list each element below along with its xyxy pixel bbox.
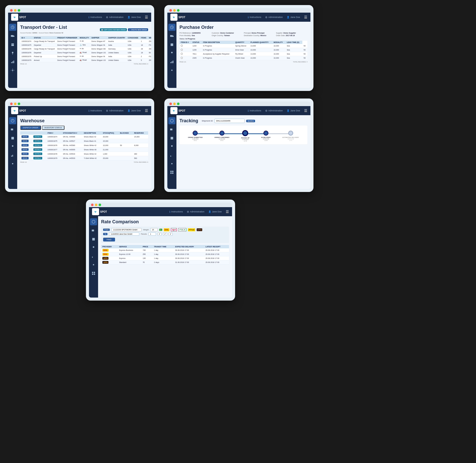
sidebar-icon-truck[interactable] <box>90 227 97 234</box>
sidebar-icon-clock[interactable] <box>9 24 16 31</box>
row-select[interactable] <box>179 44 191 48</box>
details-button[interactable]: DETAILS <box>33 144 42 147</box>
move-button[interactable]: MOVE <box>21 157 29 159</box>
sidebar-icon-settings[interactable] <box>168 67 175 74</box>
carrier-post[interactable]: ✔Post <box>188 228 195 231</box>
carrier-ups[interactable]: UPS <box>197 228 202 231</box>
sidebar-icon-chart[interactable] <box>168 152 175 159</box>
sidebar-icon-grid[interactable] <box>90 270 97 277</box>
win-minimize[interactable] <box>95 204 97 206</box>
parcels-value[interactable]: 1 <box>148 232 156 236</box>
row-select[interactable] <box>179 48 191 52</box>
move-button[interactable]: MOVE <box>21 135 29 138</box>
carrier-dhl[interactable]: DHL <box>164 228 169 231</box>
tab-inventory-status[interactable]: INVENTORY STATUS <box>42 126 64 130</box>
create-new-order-button[interactable]: + CREATE NEW ORDER <box>128 28 148 31</box>
shipment-id-input[interactable] <box>214 119 245 123</box>
to-value[interactable]: 11444533 Jane Doe GmbH <box>109 232 139 236</box>
nav-user[interactable]: 👤Jane Doe <box>208 210 222 213</box>
sidebar-icon-settings[interactable] <box>90 261 97 268</box>
nav-user[interactable]: 👤Jane Doe <box>127 109 141 112</box>
sidebar-icon-box[interactable] <box>168 41 175 48</box>
sidebar-icon-chart[interactable] <box>9 152 16 159</box>
weight-value[interactable]: 15 <box>150 228 158 231</box>
search-button[interactable]: SEARCH <box>246 120 255 122</box>
table-cell[interactable]: DETAILS <box>32 148 46 152</box>
nav-menu[interactable]: ☰ <box>304 15 307 19</box>
sidebar-icon-clock[interactable] <box>168 24 175 31</box>
sidebar-icon-box[interactable] <box>9 41 16 48</box>
nav-menu[interactable]: ☰ <box>226 210 229 214</box>
nav-user[interactable]: 👤Jane Doe <box>287 109 300 112</box>
win-maximize[interactable] <box>99 204 101 206</box>
tab-dispatch-order[interactable]: DISPATCH ORDER <box>20 126 41 130</box>
nav-administration[interactable]: ⚙Administration <box>265 109 283 112</box>
win-minimize[interactable] <box>173 103 176 105</box>
win-maximize[interactable] <box>177 9 179 12</box>
details-button[interactable]: DETAILS <box>33 157 42 159</box>
details-button[interactable]: DETAILS <box>33 140 42 142</box>
sidebar-icon-settings[interactable] <box>168 160 175 167</box>
checkbox-2[interactable]: ✔ <box>163 233 167 236</box>
win-close[interactable] <box>10 103 13 105</box>
sidebar-icon-truck[interactable] <box>168 32 175 39</box>
sidebar-icon-clock[interactable] <box>9 117 16 124</box>
nav-administration[interactable]: ⚙Administration <box>106 109 123 112</box>
nav-instructions[interactable]: ℹInstructions <box>248 109 261 112</box>
sidebar-icon-chart[interactable] <box>168 58 175 65</box>
sidebar-icon-location[interactable] <box>90 244 97 251</box>
win-close[interactable] <box>10 9 13 12</box>
sidebar-icon-location[interactable] <box>9 50 16 57</box>
sidebar-icon-box[interactable] <box>90 235 97 242</box>
win-close[interactable] <box>169 103 172 105</box>
find-button[interactable]: FIND <box>103 238 115 241</box>
table-cell[interactable]: MOVE <box>20 143 32 148</box>
table-cell[interactable]: DETAILS <box>32 135 46 139</box>
nav-instructions[interactable]: ℹInstructions <box>169 210 183 213</box>
win-close[interactable] <box>169 9 172 12</box>
nav-instructions[interactable]: ℹInstructions <box>248 16 261 19</box>
nav-menu[interactable]: ☰ <box>145 109 148 113</box>
table-cell[interactable]: DETAILS <box>32 139 46 143</box>
sidebar-icon-box[interactable] <box>168 134 175 141</box>
carrier-dpd[interactable]: dpd <box>171 228 177 231</box>
sidebar-icon-settings[interactable] <box>9 160 16 167</box>
carrier-gls[interactable]: ✔GLS <box>178 228 186 231</box>
table-cell[interactable]: DETAILS <box>32 143 46 148</box>
checkbox-1[interactable]: ✔ <box>157 233 162 236</box>
win-minimize[interactable] <box>173 9 176 12</box>
sidebar-icon-chart[interactable] <box>9 58 16 65</box>
details-button[interactable]: DETAILS <box>33 135 42 138</box>
move-button[interactable]: MOVE <box>21 148 29 151</box>
win-minimize[interactable] <box>14 9 16 12</box>
sidebar-icon-clock[interactable] <box>90 218 97 225</box>
table-cell[interactable]: MOVE <box>20 152 32 156</box>
table-cell[interactable]: MOVE <box>20 148 32 152</box>
nav-administration[interactable]: ⚙Administration <box>187 210 204 213</box>
win-maximize[interactable] <box>18 103 20 105</box>
row-select[interactable] <box>179 56 191 60</box>
nav-user[interactable]: 👤 Jane Doe <box>127 16 141 18</box>
sidebar-icon-grid[interactable] <box>168 169 175 176</box>
nav-instructions[interactable]: ℹInstructions <box>88 109 102 112</box>
sidebar-icon-truck[interactable] <box>168 126 175 133</box>
from-value[interactable]: 11122233 SPOTWORX GmbH <box>111 228 142 231</box>
nav-user[interactable]: 👤Jane Doe <box>287 16 300 18</box>
move-button[interactable]: MOVE <box>21 144 29 147</box>
sidebar-icon-truck[interactable] <box>9 126 16 133</box>
sidebar-icon-clock[interactable] <box>168 117 175 124</box>
table-cell[interactable]: DETAILS <box>32 152 46 156</box>
nav-administration[interactable]: ⚙Administration <box>265 16 283 19</box>
checkbox-3[interactable]: ✔ <box>169 233 173 236</box>
sidebar-icon-truck[interactable] <box>9 32 16 39</box>
details-button[interactable]: DETAILS <box>33 148 42 151</box>
sidebar-icon-box[interactable] <box>9 134 16 141</box>
move-button[interactable]: MOVE <box>21 140 29 142</box>
table-cell[interactable]: MOVE <box>20 135 32 139</box>
sidebar-icon-location[interactable] <box>9 143 16 150</box>
nav-instructions[interactable]: ℹ Instructions <box>88 16 102 19</box>
win-maximize[interactable] <box>177 103 179 105</box>
table-cell[interactable]: MOVE <box>20 156 32 160</box>
sidebar-icon-location[interactable] <box>168 50 175 57</box>
table-cell[interactable]: MOVE <box>20 139 32 143</box>
